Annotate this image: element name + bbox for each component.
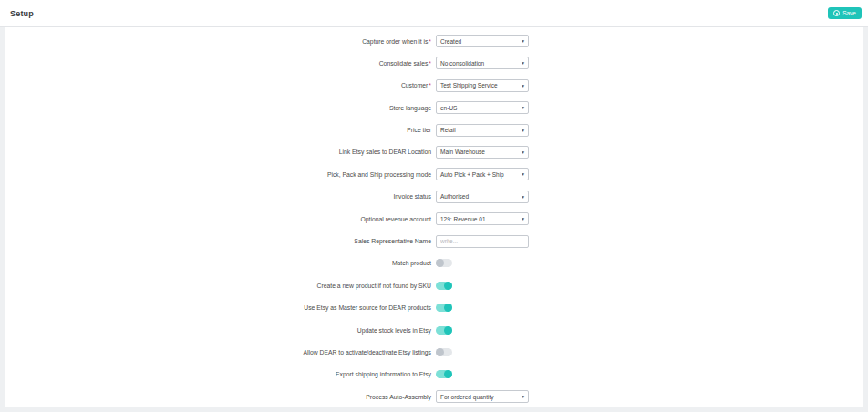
setup-panel: Capture order when it is* Created▾ Conso… [5, 27, 863, 407]
dropdown-store-language[interactable]: en-US▾ [436, 101, 529, 114]
form-row: Pick, Pack and Ship processing mode Auto… [5, 168, 863, 180]
field-label: Optional revenue account [5, 216, 431, 222]
toggle-match-product[interactable] [436, 259, 452, 267]
dropdown-value: Retail [440, 127, 456, 133]
dropdown-invoice-status[interactable]: Authorised▾ [436, 191, 529, 203]
dropdown-price-tier[interactable]: Retail▾ [436, 124, 529, 137]
dropdown-value: Main Warehouse [440, 149, 485, 155]
form-row: Allow DEAR to activate/deactivate Etsy l… [5, 345, 863, 358]
field-control [436, 326, 452, 335]
form-row: Optional revenue account 129: Revenue 01… [5, 212, 863, 225]
field-label: Price tier [5, 127, 431, 133]
chevron-down-icon: ▾ [522, 38, 524, 44]
form-row: Update stock levels in Etsy [5, 324, 863, 336]
field-label: Pick, Pack and Ship processing mode [5, 171, 431, 178]
field-control [436, 259, 452, 267]
field-control [436, 304, 452, 312]
form-row: Customer* Test Shipping Service▾ [5, 79, 863, 92]
field-label: Export shipping information to Etsy [5, 371, 431, 377]
dropdown-value: Created [440, 38, 461, 45]
form-row: Store language en-US▾ [5, 101, 863, 114]
field-label: Allow DEAR to activate/deactivate Etsy l… [5, 349, 431, 355]
form-row: Use Etsy as Master source for DEAR produ… [5, 302, 863, 314]
required-asterisk: * [429, 60, 431, 67]
field-label: Store language [5, 105, 431, 111]
save-button-label: Save [842, 10, 856, 16]
field-label: Consolidate sales* [5, 60, 431, 67]
field-label: Match product [5, 260, 431, 266]
field-label: Sales Representative Name [5, 238, 431, 244]
dropdown-value: Auto Pick + Pack + Ship [440, 171, 504, 178]
field-control: Auto Pick + Pack + Ship▾ [436, 168, 529, 180]
field-label: Invoice status [5, 193, 431, 200]
field-label: Use Etsy as Master source for DEAR produ… [5, 304, 431, 311]
form-row: Process Auto-Assembly For ordered quanti… [5, 390, 863, 403]
required-asterisk: * [429, 38, 431, 45]
form-row: Invoice status Authorised▾ [5, 191, 863, 203]
dropdown-value: en-US [440, 105, 457, 111]
toggle-etsy-master-source[interactable] [436, 304, 452, 312]
save-button[interactable]: Save [828, 7, 862, 19]
chevron-down-icon: ▾ [522, 149, 524, 155]
field-control [436, 348, 452, 356]
chevron-down-icon: ▾ [522, 60, 524, 66]
dropdown-value: 129: Revenue 01 [440, 216, 486, 222]
dropdown-process-auto-assembly[interactable]: For ordered quantity▾ [436, 390, 529, 403]
chevron-down-icon: ▾ [522, 105, 524, 110]
form-row: Link Etsy sales to DEAR Location Main Wa… [5, 146, 863, 159]
chevron-down-icon: ▾ [522, 83, 524, 88]
toggle-knob [436, 348, 444, 356]
chevron-down-icon: ▾ [522, 216, 524, 221]
form-row: Export shipping information to Etsy [5, 368, 863, 381]
toggle-knob [444, 326, 452, 335]
save-icon [833, 10, 840, 16]
chevron-down-icon: ▾ [522, 194, 524, 200]
dropdown-link-etsy-location[interactable]: Main Warehouse▾ [436, 146, 529, 159]
field-control: Main Warehouse▾ [436, 146, 529, 159]
toggle-knob [444, 282, 452, 290]
toggle-update-stock-levels[interactable] [436, 326, 452, 335]
dropdown-pick-pack-ship-mode[interactable]: Auto Pick + Pack + Ship▾ [436, 168, 529, 180]
page-title: Setup [10, 9, 34, 18]
chevron-down-icon: ▾ [522, 128, 524, 133]
toggle-knob [444, 370, 452, 378]
toggle-create-product-sku[interactable] [436, 282, 452, 290]
field-label: Customer* [5, 82, 431, 88]
form-row: Price tier Retail▾ [5, 124, 863, 137]
field-control: Authorised▾ [436, 191, 529, 203]
dropdown-consolidate-sales[interactable]: No consolidation▾ [436, 57, 529, 69]
field-control: 129: Revenue 01▾ [436, 212, 529, 225]
field-label: Create a new product if not found by SKU [5, 283, 431, 289]
chevron-down-icon: ▾ [522, 394, 524, 399]
field-label: Link Etsy sales to DEAR Location [5, 149, 431, 155]
field-control: en-US▾ [436, 101, 529, 114]
dropdown-optional-revenue-account[interactable]: 129: Revenue 01▾ [436, 212, 529, 225]
form-row: Capture order when it is* Created▾ [5, 35, 863, 47]
field-control [436, 282, 452, 290]
input-sales-rep-name[interactable] [436, 235, 529, 248]
field-control: Created▾ [436, 35, 529, 47]
dropdown-customer[interactable]: Test Shipping Service▾ [436, 79, 529, 92]
required-asterisk: * [429, 82, 431, 88]
form-row: Consolidate sales* No consolidation▾ [5, 57, 863, 69]
field-control [436, 235, 529, 248]
field-label: Update stock levels in Etsy [5, 327, 431, 334]
form-row: Create a new product if not found by SKU [5, 279, 863, 292]
field-label: Process Auto-Assembly [5, 394, 431, 400]
dropdown-value: Authorised [440, 193, 469, 200]
field-control: Test Shipping Service▾ [436, 79, 529, 92]
dropdown-value: For ordered quantity [440, 394, 494, 400]
field-control: No consolidation▾ [436, 57, 529, 69]
header-bar: Setup Save [0, 0, 868, 27]
dropdown-value: No consolidation [440, 60, 484, 67]
dropdown-capture-order-when[interactable]: Created▾ [436, 35, 529, 47]
field-control: For ordered quantity▾ [436, 390, 529, 403]
form-row: Sales Representative Name [5, 235, 863, 248]
toggle-export-shipping-info[interactable] [436, 370, 452, 378]
toggle-knob [436, 259, 444, 267]
field-control [436, 370, 452, 378]
field-control: Retail▾ [436, 124, 529, 137]
toggle-allow-activate-listings[interactable] [436, 348, 452, 356]
form-row: Match product [5, 257, 863, 270]
dropdown-value: Test Shipping Service [440, 82, 498, 88]
